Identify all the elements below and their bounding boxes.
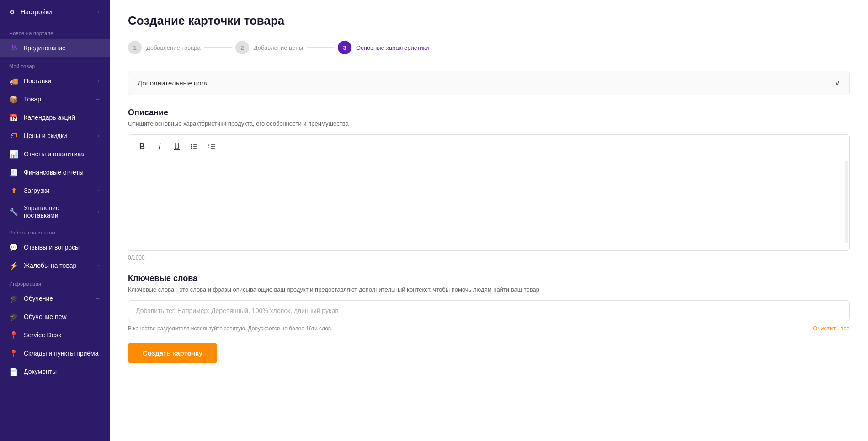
bold-button[interactable]: B bbox=[135, 139, 149, 154]
sidebar-item-warehouses-label: Склады и пункты приёма bbox=[24, 350, 99, 357]
main-content: Создание карточки товара 1 Добавление то… bbox=[110, 0, 868, 441]
keywords-hint: В качестве разделителя используйте запят… bbox=[128, 325, 333, 332]
accordion-additional-fields: Дополнительные поля ∨ bbox=[128, 71, 850, 95]
step-3-circle: 3 bbox=[338, 41, 351, 54]
description-title: Описание bbox=[128, 108, 850, 117]
step-line-1 bbox=[204, 47, 232, 48]
svg-point-4 bbox=[191, 146, 192, 148]
step-2: 2 Добавление цены bbox=[235, 41, 303, 54]
sidebar-item-settings[interactable]: ⚙ Настройки → bbox=[0, 0, 110, 24]
sidebar-item-reports-label: Отчеты и аналитика bbox=[24, 150, 84, 158]
settings-icon: ⚙ bbox=[9, 8, 15, 16]
keywords-clear-button[interactable]: Очистить все bbox=[813, 325, 850, 332]
sidebar-item-prices-label: Цены и скидки bbox=[24, 132, 67, 139]
sidebar-item-reviews[interactable]: 💬 Отзывы и вопросы bbox=[0, 238, 110, 256]
keywords-input[interactable] bbox=[128, 300, 850, 321]
sidebar-item-service-desk[interactable]: 📍 Service Desk bbox=[0, 326, 110, 344]
percent-icon: % bbox=[9, 43, 18, 53]
section-title-info: Информация bbox=[0, 275, 110, 289]
page-title: Создание карточки товара bbox=[128, 14, 850, 28]
sidebar: ⚙ Настройки → Новое на портале % Кредито… bbox=[0, 0, 110, 441]
warehouse-icon: 📍 bbox=[9, 349, 18, 358]
sidebar-item-complaints-label: Жалобы на товар bbox=[24, 262, 76, 269]
box-icon: 📦 bbox=[9, 95, 18, 104]
svg-point-5 bbox=[191, 148, 192, 149]
postavki-arrow-icon: → bbox=[95, 78, 101, 84]
sidebar-item-manage-label: Управление поставками bbox=[24, 204, 90, 219]
keywords-hint-row: В качестве разделителя используйте запят… bbox=[128, 325, 850, 332]
unordered-list-icon bbox=[190, 143, 198, 151]
sidebar-item-finance[interactable]: 🧾 Финансовые отчеты bbox=[0, 163, 110, 181]
keywords-title: Ключевые слова bbox=[128, 274, 850, 283]
sidebar-item-uploads-label: Загрузки bbox=[24, 187, 49, 194]
section-title-new: Новое на портале bbox=[0, 24, 110, 39]
editor-scrollbar[interactable] bbox=[845, 161, 848, 243]
sidebar-item-training[interactable]: 🎓 Обучение → bbox=[0, 289, 110, 308]
sidebar-item-training-new-label: Обучение new bbox=[24, 313, 67, 320]
description-editor-wrapper: B I U 1 2 3 bbox=[128, 134, 850, 251]
svg-point-3 bbox=[191, 144, 192, 146]
editor-area bbox=[128, 159, 849, 250]
sidebar-item-calendar-label: Календарь акций bbox=[24, 114, 75, 121]
ordered-list-button[interactable]: 1 2 3 bbox=[204, 139, 219, 154]
sidebar-item-training-new[interactable]: 🎓 Обучение new bbox=[0, 308, 110, 326]
truck-icon: 🚚 bbox=[9, 76, 18, 85]
sidebar-item-training-label: Обучение bbox=[24, 295, 53, 302]
manage-arrow-icon: → bbox=[95, 208, 101, 215]
tag-icon: 🏷 bbox=[9, 131, 18, 140]
sidebar-item-complaints[interactable]: ⚡ Жалобы на товар → bbox=[0, 256, 110, 275]
sidebar-item-calendar[interactable]: 📅 Календарь акций bbox=[0, 108, 110, 127]
calendar-icon: 📅 bbox=[9, 113, 18, 122]
unordered-list-button[interactable] bbox=[187, 139, 202, 154]
sidebar-item-prices[interactable]: 🏷 Цены и скидки → bbox=[0, 127, 110, 145]
reviews-icon: 💬 bbox=[9, 243, 18, 252]
step-2-label: Добавление цены bbox=[254, 44, 303, 51]
chevron-down-icon: ∨ bbox=[835, 79, 840, 87]
sidebar-item-reports[interactable]: 📊 Отчеты и аналитика bbox=[0, 145, 110, 163]
tovar-arrow-icon: → bbox=[95, 96, 101, 102]
upload-icon: ⬆ bbox=[9, 186, 18, 195]
sidebar-item-kreditovanie[interactable]: % Кредитование bbox=[0, 39, 110, 57]
sidebar-item-documents[interactable]: 📄 Документы bbox=[0, 362, 110, 381]
svg-text:3: 3 bbox=[208, 147, 210, 150]
chart-icon: 📊 bbox=[9, 149, 18, 159]
accordion-header[interactable]: Дополнительные поля ∨ bbox=[128, 71, 849, 95]
description-textarea[interactable] bbox=[128, 159, 849, 250]
sidebar-item-finance-label: Финансовые отчеты bbox=[24, 169, 84, 176]
sidebar-item-reviews-label: Отзывы и вопросы bbox=[24, 244, 80, 251]
accordion-label: Дополнительные поля bbox=[138, 79, 209, 87]
sidebar-item-kreditovanie-label: Кредитование bbox=[24, 44, 66, 52]
sidebar-item-manage[interactable]: 🔧 Управление поставками → bbox=[0, 200, 110, 223]
uploads-arrow-icon: → bbox=[95, 187, 101, 194]
step-2-circle: 2 bbox=[235, 41, 249, 54]
documents-icon: 📄 bbox=[9, 367, 18, 376]
sidebar-item-postavki-label: Поставки bbox=[24, 77, 51, 85]
manage-icon: 🔧 bbox=[9, 207, 18, 216]
ordered-list-icon: 1 2 3 bbox=[208, 143, 216, 151]
description-subtitle: Опишите основные характеристики продукта… bbox=[128, 120, 850, 127]
step-3-label: Основные характеристики bbox=[356, 44, 429, 51]
sidebar-item-postavki[interactable]: 🚚 Поставки → bbox=[0, 72, 110, 90]
step-1: 1 Добавление товара bbox=[128, 41, 201, 54]
italic-button[interactable]: I bbox=[152, 139, 167, 154]
step-1-circle: 1 bbox=[128, 41, 142, 54]
servicedesk-icon: 📍 bbox=[9, 330, 18, 340]
sidebar-item-settings-label: Настройки bbox=[21, 8, 52, 16]
char-count: 0/1000 bbox=[128, 255, 850, 261]
training-arrow-icon: → bbox=[95, 295, 101, 302]
sidebar-item-uploads[interactable]: ⬆ Загрузки → bbox=[0, 181, 110, 200]
step-3: 3 Основные характеристики bbox=[338, 41, 429, 54]
section-title-mytovар: Мой товар bbox=[0, 57, 110, 72]
sidebar-item-warehouses[interactable]: 📍 Склады и пункты приёма bbox=[0, 344, 110, 362]
create-card-button[interactable]: Создать карточку bbox=[128, 343, 217, 363]
settings-arrow-icon: → bbox=[95, 9, 101, 15]
training-icon: 🎓 bbox=[9, 294, 18, 303]
section-title-client: Работа с клиентом bbox=[0, 223, 110, 238]
sidebar-item-tovar[interactable]: 📦 Товар → bbox=[0, 90, 110, 108]
editor-toolbar: B I U 1 2 3 bbox=[128, 135, 849, 159]
underline-button[interactable]: U bbox=[170, 139, 184, 154]
prices-arrow-icon: → bbox=[95, 133, 101, 139]
complaints-icon: ⚡ bbox=[9, 261, 18, 270]
finance-icon: 🧾 bbox=[9, 168, 18, 177]
step-1-label: Добавление товара bbox=[146, 44, 201, 51]
